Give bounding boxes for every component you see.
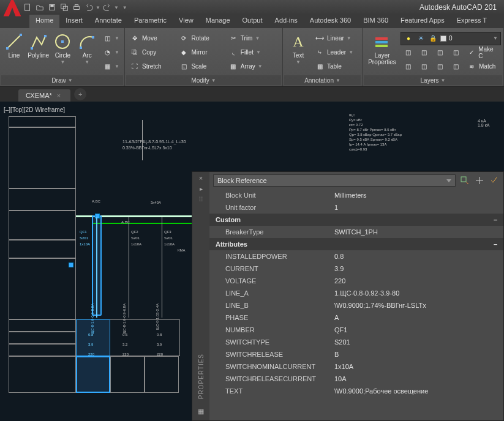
svg-rect-9 (20, 34, 22, 36)
layer-tool4[interactable]: ◫ (448, 46, 463, 59)
open-icon[interactable] (34, 2, 45, 13)
line-button[interactable]: Line (2, 31, 26, 74)
copy-button[interactable]: ⿻Copy (127, 46, 175, 59)
object-type-selector[interactable]: Block Reference (213, 174, 456, 187)
undo-dropdown[interactable]: ▼ (96, 5, 100, 10)
fillet-button[interactable]: ◟Fillet▼ (226, 46, 280, 59)
array-button[interactable]: ▦Array▼ (226, 60, 280, 73)
layer-tool1[interactable]: ◫ (401, 46, 415, 59)
redo-icon[interactable] (102, 2, 113, 13)
leader-button[interactable]: ⤷Leader▼ (312, 46, 356, 59)
undo-icon[interactable] (83, 2, 94, 13)
text-button[interactable]: A Text▼ (285, 31, 311, 74)
circle-button[interactable]: Circle▼ (51, 31, 75, 74)
tab-view[interactable]: View (173, 15, 200, 28)
layer-tool8[interactable]: ◫ (448, 60, 463, 73)
qat-more[interactable]: ▼ (122, 5, 127, 10)
app-logo[interactable] (2, 0, 20, 16)
rotate-button[interactable]: ⟳Rotate (176, 32, 224, 45)
view-label[interactable]: [–][Top][2D Wireframe] (4, 106, 65, 113)
tab-bim360[interactable]: BIM 360 (357, 15, 394, 28)
section-attributes[interactable]: Attributes– (209, 238, 503, 250)
svg-rect-14 (80, 47, 82, 49)
panel-layers: Layer Properties ● ☀ 🔒 0 ▼ ◫ ◫ ◫ ◫ ✓Make… (363, 28, 504, 86)
save-icon[interactable] (47, 2, 58, 13)
trim-icon: ✂ (228, 34, 238, 43)
svg-rect-2 (50, 5, 53, 7)
panel-layers-label[interactable]: Layers▼ (364, 75, 502, 85)
select-objects-icon[interactable] (474, 175, 485, 186)
tab-home[interactable]: Home (29, 15, 59, 28)
tab-express[interactable]: Express T (451, 15, 493, 28)
section-custom[interactable]: Custom– (209, 214, 503, 226)
saveas-icon[interactable] (59, 2, 70, 13)
redo-dropdown[interactable]: ▼ (114, 5, 119, 10)
new-tab-button[interactable]: + (74, 88, 86, 100)
tab-featured[interactable]: Featured Apps (394, 15, 451, 28)
layer-tool7[interactable]: ◫ (432, 60, 447, 73)
layer-tool5[interactable]: ◫ (401, 60, 415, 73)
layer-selector[interactable]: ● ☀ 🔒 0 ▼ (401, 32, 501, 45)
line-icon (4, 32, 24, 51)
sun-icon: ☀ (416, 34, 426, 43)
panel-modify: ✥Move ⿻Copy ⛶Stretch ⟳Rotate ◆Mirror ◱Sc… (125, 28, 283, 86)
panel-draw-label[interactable]: Draw▼ (1, 75, 123, 85)
arc-button[interactable]: Arc▼ (75, 31, 99, 74)
properties-handle[interactable]: × ▸ ⠿ PROPERTIES ▦ (192, 172, 209, 420)
close-icon[interactable]: × (199, 174, 203, 182)
linear-button[interactable]: ⟷Linear▼ (312, 32, 356, 45)
toggle-pickadd-icon[interactable] (489, 175, 500, 186)
polyline-button[interactable]: Polyline (27, 31, 50, 74)
svg-rect-17 (375, 41, 388, 43)
svg-rect-18 (375, 45, 388, 47)
make-current-button[interactable]: ✓Make C (464, 46, 501, 59)
properties-grid: Block UnitMillimeters Unit factor1 Custo… (209, 189, 503, 420)
scale-button[interactable]: ◱Scale (176, 60, 224, 73)
match-layer-button[interactable]: ≋Match (464, 60, 498, 73)
stretch-button[interactable]: ⛶Stretch (127, 60, 175, 73)
layer-tool3[interactable]: ◫ (432, 46, 447, 59)
document-tab[interactable]: СХЕМА* × (18, 89, 70, 102)
quick-access-toolbar: ▼ ▼ ▼ (22, 2, 127, 13)
layer-tool2[interactable]: ◫ (416, 46, 431, 59)
tab-parametric[interactable]: Parametric (128, 15, 173, 28)
svg-rect-8 (6, 47, 9, 50)
new-icon[interactable] (22, 2, 33, 13)
pin-icon[interactable]: ▸ (200, 185, 203, 192)
stretch-icon: ⛶ (130, 62, 140, 72)
quickselect-icon[interactable] (459, 175, 470, 186)
document-tabs: СХЕМА* × + (0, 87, 504, 102)
grip-icon[interactable]: ⠿ (198, 196, 203, 204)
trim-button[interactable]: ✂Trim▼ (226, 32, 280, 45)
linear-icon: ⟷ (315, 34, 325, 43)
panel-annotation-label[interactable]: Annotation▼ (284, 75, 361, 85)
draw-extra2[interactable]: ◔▼ (100, 46, 122, 59)
tab-addins[interactable]: Add-ins (269, 15, 304, 28)
polyline-icon (29, 32, 48, 51)
tab-insert[interactable]: Insert (59, 15, 89, 28)
draw-extra3[interactable]: ▦▼ (100, 60, 122, 73)
ribbon: Line Polyline Circle▼ Arc▼ ◫▼ ◔▼ ▦▼ Draw… (0, 28, 504, 87)
panel-modify-label[interactable]: Modify▼ (126, 75, 281, 85)
layer-properties-button[interactable]: Layer Properties (365, 31, 399, 74)
leader-icon: ⤷ (315, 48, 325, 58)
table-button[interactable]: ▦Table (312, 60, 356, 73)
properties-header: Block Reference (209, 172, 503, 189)
plot-icon[interactable] (71, 2, 82, 13)
text-icon: A (288, 32, 308, 51)
tab-a360[interactable]: Autodesk 360 (304, 15, 357, 28)
scale-icon: ◱ (179, 62, 189, 72)
svg-rect-10 (31, 47, 33, 50)
tab-annotate[interactable]: Annotate (89, 15, 128, 28)
lock-icon: 🔒 (428, 34, 438, 43)
tab-manage[interactable]: Manage (200, 15, 236, 28)
mirror-button[interactable]: ◆Mirror (176, 46, 224, 59)
options-icon[interactable]: ▦ (198, 408, 204, 415)
draw-extra1[interactable]: ◫▼ (100, 32, 122, 45)
tab-output[interactable]: Output (236, 15, 269, 28)
array-icon: ▦ (228, 62, 238, 72)
move-button[interactable]: ✥Move (127, 32, 175, 45)
svg-rect-11 (44, 35, 47, 37)
layer-tool6[interactable]: ◫ (416, 60, 431, 73)
close-tab-icon[interactable]: × (57, 92, 61, 99)
